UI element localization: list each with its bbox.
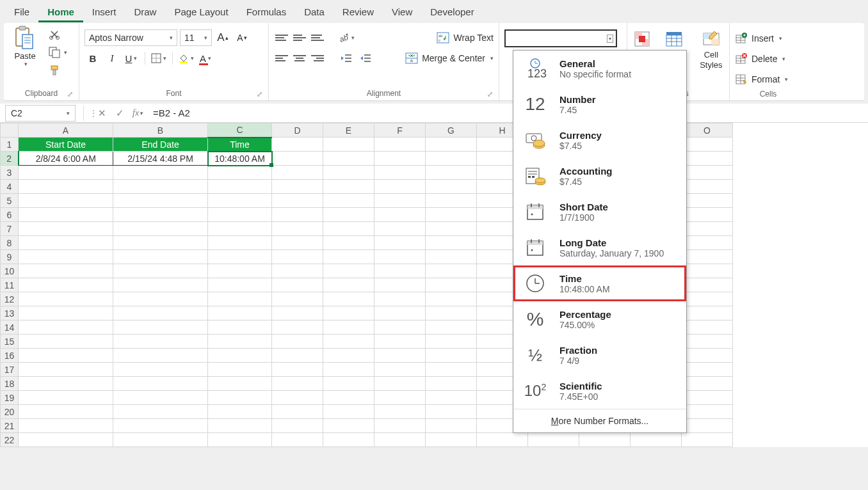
cell-G3[interactable] — [426, 166, 477, 180]
cell-D12[interactable] — [272, 292, 323, 306]
cell-O14[interactable] — [682, 320, 733, 335]
cell-D15[interactable] — [272, 335, 323, 349]
cell-E5[interactable] — [323, 194, 374, 208]
decrease-font-button[interactable]: A▾ — [234, 29, 250, 46]
cancel-formula-button[interactable]: ✕ — [93, 106, 111, 121]
cell-O4[interactable] — [682, 180, 733, 194]
column-header-E[interactable]: E — [323, 123, 374, 138]
cell-N22[interactable] — [631, 433, 682, 447]
cell-F15[interactable] — [374, 335, 426, 349]
cell-O7[interactable] — [682, 222, 733, 236]
cell-F13[interactable] — [374, 306, 426, 320]
cell-F2[interactable] — [374, 152, 426, 166]
column-header-O[interactable]: O — [682, 123, 733, 138]
cell-D6[interactable] — [272, 208, 323, 222]
cell-G11[interactable] — [426, 278, 477, 292]
format-painter-button[interactable] — [49, 64, 67, 77]
cell-O8[interactable] — [682, 236, 733, 250]
cell-D18[interactable] — [272, 377, 323, 391]
cell-A15[interactable] — [19, 335, 113, 349]
cell-G16[interactable] — [426, 349, 477, 363]
cell-D10[interactable] — [272, 264, 323, 278]
menu-file[interactable]: File — [5, 1, 38, 22]
bold-button[interactable]: B — [84, 50, 101, 67]
menu-page-layout[interactable]: Page Layout — [165, 1, 237, 22]
cell-A11[interactable] — [19, 278, 113, 292]
cell-C9[interactable] — [208, 250, 272, 264]
cell-D14[interactable] — [272, 320, 323, 335]
cell-C10[interactable] — [208, 264, 272, 278]
cell-D9[interactable] — [272, 250, 323, 264]
cell-E19[interactable] — [323, 391, 374, 405]
cell-D20[interactable] — [272, 405, 323, 419]
row-header-8[interactable]: 8 — [1, 236, 19, 250]
cell-styles-button[interactable]: Cell Styles — [696, 29, 726, 70]
row-header-7[interactable]: 7 — [1, 222, 19, 236]
cell-A18[interactable] — [19, 377, 113, 391]
cell-G17[interactable] — [426, 363, 477, 377]
cell-B11[interactable] — [113, 278, 208, 292]
font-size-select[interactable]: 11▾ — [180, 29, 212, 46]
cell-L22[interactable] — [528, 433, 579, 447]
cell-A10[interactable] — [19, 264, 113, 278]
cell-A2[interactable]: 2/8/24 6:00 AM — [19, 152, 113, 166]
cell-B14[interactable] — [113, 320, 208, 335]
cell-E22[interactable] — [323, 433, 374, 447]
cell-O6[interactable] — [682, 208, 733, 222]
cell-O16[interactable] — [682, 349, 733, 363]
column-header-A[interactable]: A — [19, 123, 113, 138]
cell-A20[interactable] — [19, 405, 113, 419]
cell-D4[interactable] — [272, 180, 323, 194]
cell-F11[interactable] — [374, 278, 426, 292]
formula-input[interactable]: =B2 - A2 — [147, 107, 868, 118]
cell-C18[interactable] — [208, 377, 272, 391]
cell-F10[interactable] — [374, 264, 426, 278]
format-option-general[interactable]: 123GeneralNo specific format — [513, 51, 686, 86]
number-format-select[interactable]: ▾ — [504, 29, 617, 47]
orientation-button[interactable]: ab ▾ — [338, 29, 355, 46]
menu-formulas[interactable]: Formulas — [237, 1, 296, 22]
cell-E4[interactable] — [323, 180, 374, 194]
row-header-20[interactable]: 20 — [1, 405, 19, 419]
menu-draw[interactable]: Draw — [125, 1, 165, 22]
cell-A4[interactable] — [19, 180, 113, 194]
dialog-launcher-icon[interactable]: ⤢ — [255, 90, 263, 98]
cell-D7[interactable] — [272, 222, 323, 236]
cell-E2[interactable] — [323, 152, 374, 166]
dialog-launcher-icon[interactable]: ⤢ — [66, 90, 74, 98]
fill-handle[interactable] — [269, 163, 273, 167]
cell-D2[interactable] — [272, 152, 323, 166]
menu-view[interactable]: View — [383, 1, 421, 22]
cell-F16[interactable] — [374, 349, 426, 363]
cell-A21[interactable] — [19, 419, 113, 433]
cell-E21[interactable] — [323, 419, 374, 433]
cell-B20[interactable] — [113, 405, 208, 419]
cell-G5[interactable] — [426, 194, 477, 208]
row-header-21[interactable]: 21 — [1, 419, 19, 433]
cell-G18[interactable] — [426, 377, 477, 391]
chevron-down-icon[interactable]: ▾ — [64, 49, 67, 56]
cell-E7[interactable] — [323, 222, 374, 236]
format-option-percentage[interactable]: %Percentage745.00% — [513, 301, 686, 337]
font-color-button[interactable]: A ▾ — [197, 50, 214, 67]
cell-B9[interactable] — [113, 250, 208, 264]
cell-C7[interactable] — [208, 222, 272, 236]
cell-G14[interactable] — [426, 320, 477, 335]
cell-E15[interactable] — [323, 335, 374, 349]
row-header-15[interactable]: 15 — [1, 335, 19, 349]
align-center-button[interactable] — [292, 52, 307, 65]
cell-B4[interactable] — [113, 180, 208, 194]
underline-button[interactable]: U▾ — [123, 50, 140, 67]
cell-G1[interactable] — [426, 138, 477, 152]
row-header-1[interactable]: 1 — [1, 138, 19, 152]
row-header-13[interactable]: 13 — [1, 306, 19, 320]
name-box[interactable]: C2▾ — [5, 105, 76, 122]
delete-cells-button[interactable]: Delete▾ — [735, 50, 801, 68]
format-option-fraction[interactable]: ½Fraction7 4/9 — [513, 337, 686, 373]
cell-F1[interactable] — [374, 138, 426, 152]
align-right-button[interactable] — [310, 52, 325, 65]
column-header-G[interactable]: G — [426, 123, 477, 138]
cell-O12[interactable] — [682, 292, 733, 306]
row-header-14[interactable]: 14 — [1, 320, 19, 335]
cell-A6[interactable] — [19, 208, 113, 222]
